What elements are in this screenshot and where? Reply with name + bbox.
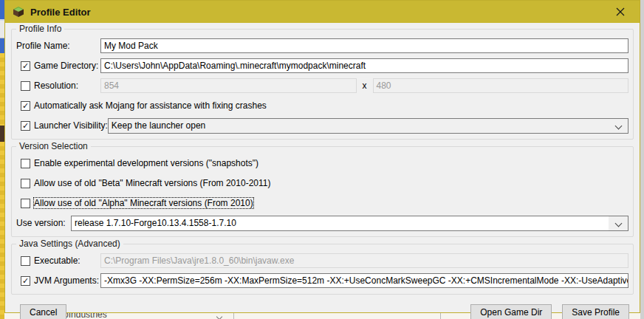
use-version-row: Use version: release 1.7.10-Forge10.13.4… bbox=[16, 216, 628, 230]
alpha-versions-checkbox[interactable]: ✓ bbox=[21, 199, 30, 208]
executable-input[interactable]: C:\Program Files\Java\jre1.8.0_60\bin\ja… bbox=[100, 253, 628, 268]
launcher-visibility-row: ✓ Launcher Visibility: Keep the launcher… bbox=[16, 118, 628, 133]
snapshots-row: ✓ Enable experimental development versio… bbox=[16, 156, 628, 171]
launcher-visibility-checkbox[interactable]: ✓ bbox=[21, 121, 30, 131]
game-directory-checkbox[interactable]: ✓ bbox=[21, 61, 30, 71]
use-version-select[interactable]: release 1.7.10-Forge10.13.4.1558-1.7.10 bbox=[71, 216, 628, 231]
chevron-down-icon bbox=[615, 219, 623, 227]
profile-editor-dialog: Profile Editor Profile Info Profile Name… bbox=[4, 0, 640, 313]
save-profile-button[interactable]: Save Profile bbox=[562, 304, 629, 319]
resolution-checkbox[interactable]: ✓ bbox=[21, 81, 30, 91]
dialog-content: Profile Info Profile Name: My Mod Pack ✓… bbox=[5, 23, 640, 319]
dialog-button-row: Cancel Open Game Dir Save Profile bbox=[20, 303, 629, 319]
grass-block-icon bbox=[13, 6, 24, 18]
resolution-height-input[interactable]: 480 bbox=[373, 78, 629, 93]
checkmark-icon: ✓ bbox=[22, 122, 29, 130]
resolution-label: Resolution: bbox=[34, 80, 78, 91]
use-version-label: Use version: bbox=[16, 218, 66, 228]
chevron-down-icon bbox=[615, 122, 623, 129]
launcher-visibility-label: Launcher Visibility: bbox=[34, 120, 108, 131]
crash-assistance-row: ✓ Automatically ask Mojang for assistanc… bbox=[16, 98, 628, 113]
resolution-width-input[interactable]: 854 bbox=[100, 78, 357, 93]
profile-name-input[interactable]: My Mod Pack bbox=[100, 38, 628, 53]
game-directory-label: Game Directory: bbox=[34, 61, 98, 71]
checkmark-icon: ✓ bbox=[22, 102, 29, 110]
game-directory-row: ✓ Game Directory: C:\Users\John\AppData\… bbox=[16, 58, 628, 73]
background-right-sliver bbox=[640, 0, 644, 319]
crash-assistance-checkbox[interactable]: ✓ bbox=[21, 101, 30, 111]
resolution-separator: x bbox=[363, 80, 367, 91]
group-java-settings-legend: Java Settings (Advanced) bbox=[16, 239, 123, 249]
checkmark-icon: ✓ bbox=[22, 62, 29, 70]
snapshots-checkbox[interactable]: ✓ bbox=[21, 159, 30, 168]
close-icon bbox=[616, 7, 625, 16]
beta-versions-checkbox[interactable]: ✓ bbox=[21, 179, 30, 188]
group-profile-info: Profile Info Profile Name: My Mod Pack ✓… bbox=[11, 29, 634, 140]
resolution-row: ✓ Resolution: 854 x 480 bbox=[16, 78, 628, 93]
launcher-visibility-select[interactable]: Keep the launcher open bbox=[108, 118, 628, 134]
beta-versions-row: ✓ Allow use of old "Beta" Minecraft vers… bbox=[16, 176, 628, 191]
crash-assistance-label: Automatically ask Mojang for assistance … bbox=[34, 100, 267, 111]
executable-label: Executable: bbox=[34, 255, 80, 266]
window-title: Profile Editor bbox=[30, 7, 91, 18]
executable-row: ✓ Executable: C:\Program Files\Java\jre1… bbox=[16, 253, 628, 268]
profile-name-row: Profile Name: My Mod Pack bbox=[16, 38, 628, 53]
group-version-selection-legend: Version Selection bbox=[16, 141, 91, 151]
jvm-arguments-label: JVM Arguments: bbox=[34, 275, 99, 286]
close-button[interactable] bbox=[606, 1, 635, 23]
alpha-versions-row: ✓ Allow use of old "Alpha" Minecraft ver… bbox=[16, 196, 628, 210]
group-java-settings: Java Settings (Advanced) ✓ Executable: C… bbox=[11, 244, 634, 295]
alpha-versions-label: Allow use of old "Alpha" Minecraft versi… bbox=[34, 198, 253, 208]
profile-name-label: Profile Name: bbox=[16, 41, 70, 51]
launcher-visibility-value: Keep the launcher open bbox=[112, 120, 205, 131]
game-directory-input[interactable]: C:\Users\John\AppData\Roaming\.minecraft… bbox=[100, 58, 628, 73]
cancel-button[interactable]: Cancel bbox=[20, 304, 66, 319]
jvm-arguments-checkbox[interactable]: ✓ bbox=[21, 276, 30, 286]
beta-versions-label: Allow use of old "Beta" Minecraft versio… bbox=[34, 178, 270, 188]
titlebar[interactable]: Profile Editor bbox=[5, 1, 640, 23]
jvm-arguments-row: ✓ JVM Arguments: -Xmx3G -XX:PermSize=256… bbox=[16, 273, 628, 288]
open-game-dir-button[interactable]: Open Game Dir bbox=[470, 304, 552, 319]
jvm-arguments-input[interactable]: -Xmx3G -XX:PermSize=256m -XX:MaxPermSize… bbox=[100, 273, 628, 288]
group-version-selection: Version Selection ✓ Enable experimental … bbox=[11, 146, 634, 237]
checkmark-icon: ✓ bbox=[22, 277, 29, 285]
executable-checkbox[interactable]: ✓ bbox=[21, 256, 30, 266]
snapshots-label: Enable experimental development versions… bbox=[34, 158, 258, 168]
group-profile-info-legend: Profile Info bbox=[16, 24, 64, 34]
use-version-value: release 1.7.10-Forge10.13.4.1558-1.7.10 bbox=[75, 218, 236, 228]
